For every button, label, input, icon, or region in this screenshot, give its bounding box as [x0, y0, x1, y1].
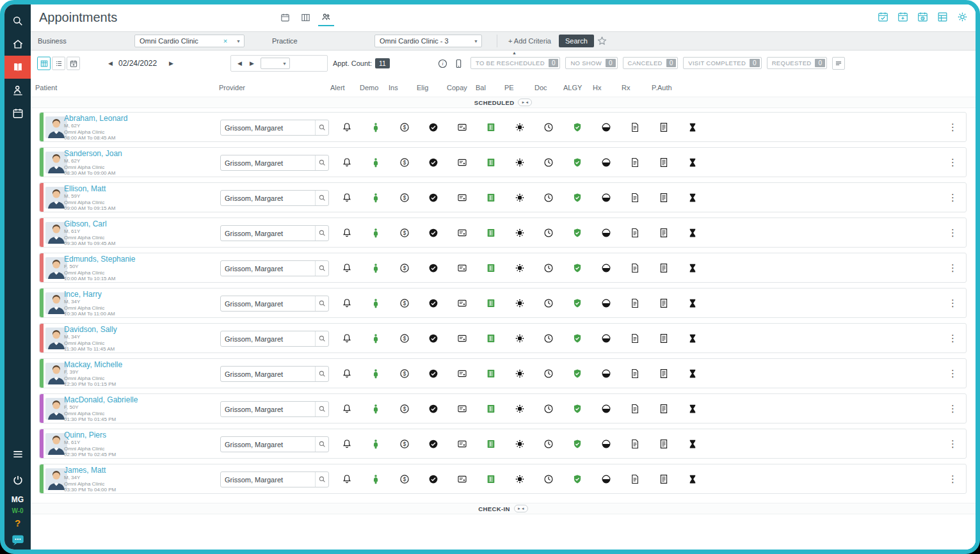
- copay-card-icon[interactable]: [457, 227, 468, 238]
- pending-hourglass-icon[interactable]: [687, 473, 698, 484]
- pending-hourglass-icon[interactable]: [687, 403, 698, 414]
- alert-bell-icon[interactable]: [342, 473, 353, 484]
- demo-person-icon[interactable]: [371, 192, 382, 203]
- bal-sheet-icon[interactable]: [486, 192, 497, 203]
- pending-hourglass-icon[interactable]: [687, 192, 698, 203]
- business-select[interactable]: Omni Cardio Clinic × ▼: [134, 35, 245, 47]
- row-menu-button[interactable]: ⋮: [945, 227, 961, 239]
- provider-input[interactable]: Grissom, Margaret: [220, 190, 329, 206]
- next-day-button[interactable]: ▶: [166, 58, 176, 69]
- pauth-doc-icon[interactable]: [659, 333, 670, 344]
- patient-name-link[interactable]: Quinn, Piers: [64, 431, 116, 439]
- doc-clock-icon[interactable]: [543, 438, 554, 449]
- pe-allergy-icon[interactable]: [515, 122, 526, 132]
- pe-allergy-icon[interactable]: [515, 157, 526, 168]
- pe-allergy-icon[interactable]: [515, 438, 526, 449]
- user-avatar-initials[interactable]: MG: [12, 495, 24, 504]
- copay-card-icon[interactable]: [457, 122, 468, 132]
- bal-sheet-icon[interactable]: [486, 122, 497, 132]
- rx-doc-icon[interactable]: [630, 227, 641, 238]
- calendar-check-icon[interactable]: [876, 10, 890, 24]
- ins-dollar-icon[interactable]: $: [399, 368, 410, 379]
- doc-clock-icon[interactable]: [543, 333, 554, 344]
- provider-search-icon[interactable]: [315, 155, 328, 170]
- alert-bell-icon[interactable]: [342, 368, 353, 379]
- copay-card-icon[interactable]: [457, 473, 468, 484]
- pending-hourglass-icon[interactable]: [687, 368, 698, 379]
- pending-hourglass-icon[interactable]: [687, 122, 698, 132]
- rx-doc-icon[interactable]: [630, 122, 641, 132]
- pauth-doc-icon[interactable]: [659, 438, 670, 449]
- rx-doc-icon[interactable]: [630, 157, 641, 168]
- bal-sheet-icon[interactable]: [486, 473, 497, 484]
- hx-contrast-icon[interactable]: [601, 333, 612, 344]
- copay-card-icon[interactable]: [457, 333, 468, 344]
- pauth-doc-icon[interactable]: [659, 403, 670, 414]
- practice-select[interactable]: Omni Cardio Clinic - 3 ▼: [374, 35, 482, 47]
- view-calendar-toggle[interactable]: [277, 9, 293, 26]
- ins-dollar-icon[interactable]: $: [399, 403, 410, 414]
- row-menu-button[interactable]: ⋮: [945, 192, 961, 203]
- rx-doc-icon[interactable]: [630, 333, 641, 344]
- alert-bell-icon[interactable]: [342, 333, 353, 344]
- hx-contrast-icon[interactable]: [601, 227, 612, 238]
- elig-check-icon[interactable]: [428, 473, 439, 484]
- ins-dollar-icon[interactable]: $: [399, 438, 410, 449]
- provider-input[interactable]: Grissom, Margaret: [220, 366, 329, 382]
- layout-calendar-toggle[interactable]: [67, 57, 80, 70]
- menu-hamburger-icon[interactable]: [4, 443, 31, 466]
- alert-bell-icon[interactable]: [342, 297, 353, 308]
- copay-card-icon[interactable]: [457, 368, 468, 379]
- elig-check-icon[interactable]: [428, 122, 439, 132]
- hx-contrast-icon[interactable]: [601, 368, 612, 379]
- bal-sheet-icon[interactable]: [486, 227, 497, 238]
- elig-check-icon[interactable]: [428, 227, 439, 238]
- demo-person-icon[interactable]: [371, 438, 382, 449]
- pe-allergy-icon[interactable]: [515, 333, 526, 344]
- elig-check-icon[interactable]: [428, 297, 439, 308]
- prev-day-button[interactable]: ◀: [106, 58, 115, 69]
- doc-clock-icon[interactable]: [543, 122, 554, 132]
- algy-shield-icon[interactable]: [572, 403, 583, 414]
- elig-check-icon[interactable]: [428, 403, 439, 414]
- queue-list-icon[interactable]: [832, 57, 845, 70]
- search-button[interactable]: Search: [559, 35, 594, 47]
- pe-allergy-icon[interactable]: [515, 227, 526, 238]
- pending-hourglass-icon[interactable]: [687, 438, 698, 449]
- rx-doc-icon[interactable]: [630, 262, 641, 273]
- ins-dollar-icon[interactable]: $: [399, 192, 410, 203]
- pe-allergy-icon[interactable]: [515, 297, 526, 308]
- doc-clock-icon[interactable]: [543, 157, 554, 168]
- view-people-toggle[interactable]: [318, 9, 334, 26]
- provider-search-icon[interactable]: [315, 331, 328, 346]
- add-criteria-button[interactable]: + Add Criteria: [508, 37, 551, 45]
- doc-clock-icon[interactable]: [543, 262, 554, 273]
- copay-card-icon[interactable]: [457, 438, 468, 449]
- provider-search-icon[interactable]: [315, 191, 328, 205]
- provider-input[interactable]: Grissom, Margaret: [220, 436, 329, 452]
- hx-contrast-icon[interactable]: [601, 262, 612, 273]
- algy-shield-icon[interactable]: [572, 473, 583, 484]
- demo-person-icon[interactable]: [371, 333, 382, 344]
- algy-shield-icon[interactable]: [572, 438, 583, 449]
- rx-doc-icon[interactable]: [630, 438, 641, 449]
- copay-card-icon[interactable]: [457, 262, 468, 273]
- algy-shield-icon[interactable]: [572, 192, 583, 203]
- collapse-panel-arrow-icon[interactable]: ▲: [512, 51, 517, 55]
- pauth-doc-icon[interactable]: [659, 192, 670, 203]
- pauth-doc-icon[interactable]: [659, 227, 670, 238]
- bal-sheet-icon[interactable]: [486, 262, 497, 273]
- calendar-add-icon[interactable]: [896, 10, 910, 24]
- status-chip-requested[interactable]: REQUESTED 0: [767, 57, 827, 69]
- ins-dollar-icon[interactable]: $: [399, 473, 410, 484]
- ins-dollar-icon[interactable]: $: [399, 227, 410, 238]
- view-table-toggle[interactable]: [298, 9, 314, 26]
- row-menu-button[interactable]: ⋮: [945, 403, 961, 415]
- provider-search-icon[interactable]: [315, 437, 328, 452]
- status-chip-visit-completed[interactable]: VISIT COMPLETED 0: [683, 57, 761, 69]
- ins-dollar-icon[interactable]: $: [399, 333, 410, 344]
- provider-input[interactable]: Grissom, Margaret: [220, 401, 329, 417]
- patient-name-link[interactable]: Davidson, Sally: [64, 326, 117, 334]
- algy-shield-icon[interactable]: [572, 368, 583, 379]
- provider-search-icon[interactable]: [315, 402, 328, 416]
